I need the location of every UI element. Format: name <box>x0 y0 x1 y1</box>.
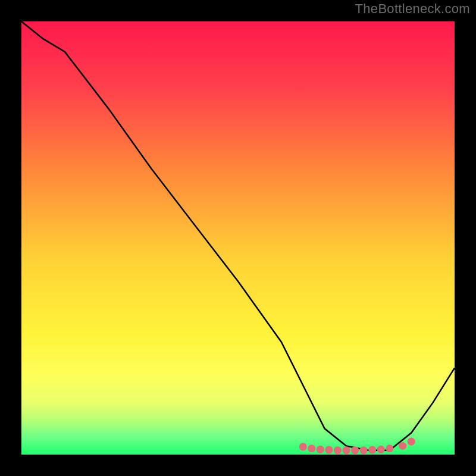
watermark-text: TheBottleneck.com <box>355 1 470 17</box>
optimal-dot <box>408 438 415 446</box>
optimal-dot <box>325 446 333 453</box>
bottleneck-curve <box>21 21 455 450</box>
curve-layer <box>21 21 455 455</box>
optimal-dot <box>317 446 324 453</box>
optimal-dot <box>360 446 368 454</box>
optimal-dot <box>399 442 406 450</box>
optimal-dot <box>386 444 393 452</box>
plot-area <box>21 21 455 455</box>
optimal-range-dots <box>299 438 415 455</box>
chart-stage: TheBottleneck.com <box>0 0 476 476</box>
optimal-dot <box>368 446 376 453</box>
optimal-dot <box>377 446 385 453</box>
optimal-dot <box>342 446 350 454</box>
optimal-dot <box>351 446 359 454</box>
optimal-dot <box>308 444 315 452</box>
optimal-dot <box>334 446 342 454</box>
optimal-dot <box>299 443 307 450</box>
